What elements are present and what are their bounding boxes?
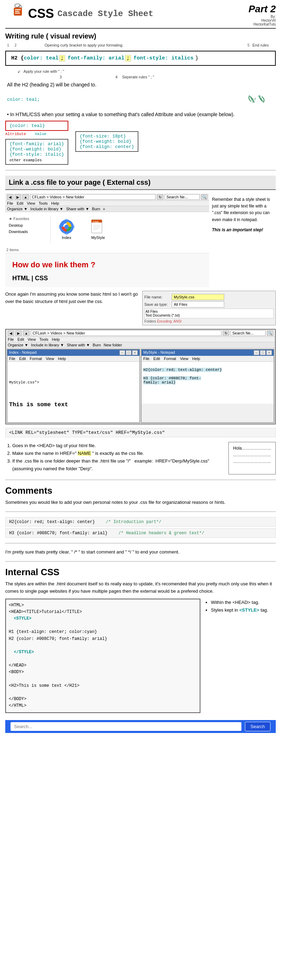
organize-btn[interactable]: Organize ▼ <box>7 207 28 211</box>
num1: 1 <box>7 43 9 47</box>
comment-example-2: H3 {color: #008C70; font-family: arial} … <box>5 528 276 538</box>
search-field[interactable]: Search Ne... <box>164 194 200 200</box>
num5: 5 End rules <box>247 43 269 47</box>
np-file[interactable]: File <box>9 356 15 361</box>
important-step: This is an important step! <box>212 227 273 233</box>
menu-tools[interactable]: Tools <box>38 201 48 205</box>
search2[interactable]: Search Ne... <box>230 330 266 336</box>
menu2-help[interactable]: Help <box>52 337 60 342</box>
filename-input[interactable]: MyStyle.css <box>172 294 224 300</box>
inclib2[interactable]: Include in library ▼ <box>31 343 64 347</box>
left-attr-group: {color: teal} Altribute Value {font-fami… <box>5 121 68 165</box>
ms-format[interactable]: Format <box>164 356 176 361</box>
org2[interactable]: Organize ▼ <box>8 343 29 347</box>
menu2-view[interactable]: View <box>28 337 36 342</box>
files-area: Index CSS <box>53 216 206 243</box>
examples-right-box: {font-size: 18pt} {font-weight: bold} {f… <box>75 131 138 152</box>
by-text: By: HectorVrl HectorKatTuts <box>253 15 276 26</box>
back-btn[interactable]: ◀ <box>7 194 13 200</box>
svg-rect-4 <box>15 11 19 12</box>
nav-panel: ★ Favorites Desktop Downloads <box>9 216 51 243</box>
burn-btn[interactable]: Burn <box>92 207 100 211</box>
rule-box: H2 { color: teal ; font-family: arial ; … <box>5 51 276 66</box>
more-btn[interactable]: » <box>103 207 105 211</box>
menu2-edit[interactable]: Edit <box>18 337 24 342</box>
comment-comment-2: /* Headline headers & green text*/ <box>118 531 204 536</box>
sep4 <box>5 543 276 543</box>
nav-desktop[interactable]: Desktop <box>9 222 49 229</box>
internal-css-title: Internal CSS <box>5 567 276 578</box>
up2[interactable]: ▲ <box>23 330 29 336</box>
filename-row: File name: MyStyle.css <box>144 294 274 300</box>
hola-line1: Hola………………… <box>233 445 271 452</box>
mystyle-notepad-menu: File Edit Format View Help <box>142 356 274 362</box>
ex-right-2: {font-weight: bold} <box>80 139 134 144</box>
step-2: Make sure the name in HREF=" NAME " is e… <box>12 450 225 457</box>
search-input[interactable] <box>11 722 241 731</box>
attr-val-boxes: {color: teal} Altribute Value {font-fami… <box>5 121 276 165</box>
search-go2[interactable]: 🔍 <box>267 330 273 336</box>
link-section: Link a .css file to your page ( External… <box>5 176 276 474</box>
svg-text:CSS: CSS <box>93 220 99 224</box>
ex-right-3: {font-align: center} <box>80 144 134 150</box>
minimize-index[interactable]: – <box>120 350 125 355</box>
index-icon <box>59 219 75 235</box>
close-mystyle[interactable]: × <box>266 350 272 355</box>
fb-item-index[interactable]: Index <box>56 219 77 240</box>
fwd2[interactable]: ▶ <box>15 330 22 336</box>
np-edit[interactable]: Edit <box>19 356 26 361</box>
filetype-option-txt[interactable]: Text Documents (*.txt) <box>145 313 273 317</box>
remember-note: Remember that a style sheet is just any … <box>209 194 276 287</box>
fb-item-mystyle[interactable]: CSS MyStyle <box>88 219 109 240</box>
menu-file[interactable]: File <box>7 201 13 205</box>
share2[interactable]: Share with ▼ <box>67 343 90 347</box>
share-btn[interactable]: Share with ▼ <box>66 207 89 211</box>
sep2 <box>5 480 276 480</box>
remember-text: Remember that a style sheet is just any … <box>212 196 273 223</box>
ms-file[interactable]: File <box>143 356 150 361</box>
menu-view[interactable]: View <box>27 201 35 205</box>
nav-downloads[interactable]: Downloads <box>9 229 49 235</box>
header: CSS Cascade Style Sheet Part 2 By: Hecto… <box>5 3 276 29</box>
addr-field[interactable]: CFLash > Videos > New folder <box>30 194 156 200</box>
ms-edit[interactable]: Edit <box>153 356 160 361</box>
menu2-tools[interactable]: Tools <box>39 337 48 342</box>
include-lib-btn[interactable]: Include in library ▼ <box>30 207 64 211</box>
go-btn[interactable]: ↻ <box>157 194 163 200</box>
ic-blank3 <box>9 655 197 662</box>
menu-help[interactable]: Help <box>51 201 59 205</box>
search-btn-fb[interactable]: 🔍 <box>201 194 208 200</box>
np-help[interactable]: Help <box>58 356 66 361</box>
comments-section: Comments Sometimes you would like to add… <box>5 485 276 556</box>
forward-btn[interactable]: ▶ <box>15 194 21 200</box>
np-view[interactable]: View <box>46 356 54 361</box>
refresh2[interactable]: ↻ <box>223 330 229 336</box>
attr-color-box: {color: teal} <box>5 121 68 131</box>
svg-point-9 <box>64 224 69 229</box>
search-button[interactable]: Search <box>245 722 270 731</box>
ms-help[interactable]: Help <box>192 356 200 361</box>
ms-view[interactable]: View <box>180 356 188 361</box>
up-btn[interactable]: ▲ <box>22 194 29 200</box>
mystyle-notepad-title: MyStyle - Notepad <box>143 350 175 355</box>
minimize-mystyle[interactable]: – <box>254 350 259 355</box>
np-format[interactable]: Format <box>30 356 42 361</box>
maximize-mystyle[interactable]: □ <box>260 350 266 355</box>
opening-curly-note: Opening curly bracket to apply your form… <box>45 43 123 47</box>
header-right: Part 2 By: HectorVrl HectorKatTuts <box>248 3 276 26</box>
addr2[interactable]: CFLash > Videos > New folder <box>31 330 222 336</box>
back2[interactable]: ◀ <box>8 330 14 336</box>
ex-right-1: {font-size: 18pt} <box>80 134 134 139</box>
close-index[interactable]: × <box>132 350 138 355</box>
savetype-select[interactable]: All Files <box>172 301 224 307</box>
maximize-index[interactable]: □ <box>126 350 131 355</box>
newfolder2[interactable]: New folder <box>104 343 122 347</box>
win-controls-mystyle: – □ × <box>254 350 272 355</box>
menu2-file[interactable]: File <box>8 337 14 342</box>
internal-css-section: Internal CSS The styles are within the .… <box>5 567 276 713</box>
savetype-label: Save as type: <box>144 302 169 307</box>
menu-edit[interactable]: Edit <box>17 201 24 205</box>
burn2[interactable]: Burn <box>93 343 101 347</box>
filetype-option-all[interactable]: All Files <box>145 310 273 313</box>
svg-text:↺: ↺ <box>254 98 256 101</box>
